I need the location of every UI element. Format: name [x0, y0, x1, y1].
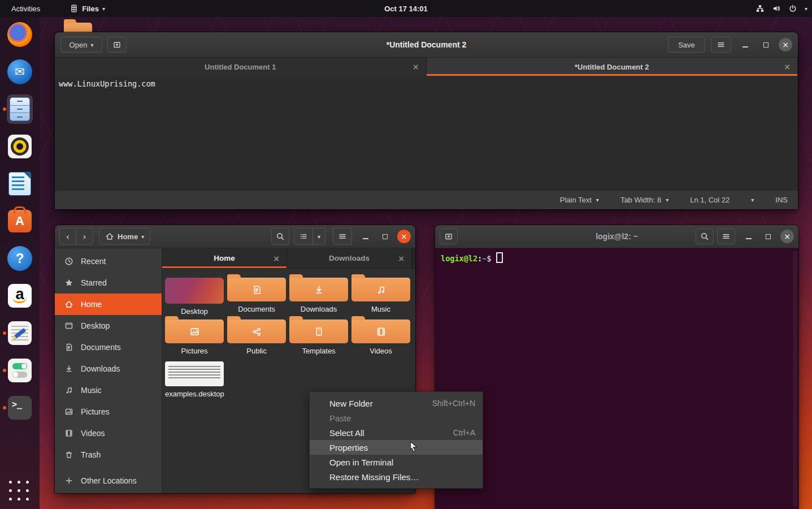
file-item-desktop[interactable]: Desktop	[163, 274, 225, 316]
menu-button[interactable]	[717, 228, 735, 244]
folder-icon	[227, 320, 286, 343]
dock-item-ubuntu-software[interactable]: A	[0, 208, 40, 235]
desktop-file-icon	[165, 361, 224, 386]
dock-item-thunderbird[interactable]: ✉	[0, 58, 40, 85]
save-button[interactable]: Save	[668, 37, 705, 53]
back-button[interactable]: ‹	[59, 228, 76, 245]
text-editor-area[interactable]: www.LinuxUprising.com	[55, 76, 798, 190]
new-tab-button[interactable]	[440, 228, 458, 244]
sidebar-item-desktop[interactable]: Desktop	[55, 315, 162, 337]
files-sidebar: Recent Starred Home Desktop Documents Do…	[55, 248, 162, 493]
close-button[interactable]: ×	[779, 38, 792, 51]
sidebar-item-home[interactable]: Home	[55, 294, 162, 315]
minimize-button[interactable]	[741, 234, 757, 239]
sidebar-item-starred[interactable]: Starred	[55, 272, 162, 294]
sidebar-item-pictures[interactable]: Pictures	[55, 401, 162, 422]
maximize-button[interactable]	[757, 42, 774, 48]
close-button[interactable]: ×	[397, 230, 411, 243]
terminal-content[interactable]: logix@l2:~$	[435, 248, 798, 509]
sidebar-item-other-locations[interactable]: Other Locations	[55, 470, 162, 491]
folder-icon	[289, 320, 348, 343]
tab-close-icon[interactable]: ×	[784, 62, 791, 71]
tab-close-icon[interactable]: ×	[412, 62, 419, 71]
file-item-downloads[interactable]: Downloads	[288, 274, 350, 316]
file-item-templates[interactable]: Templates	[288, 316, 350, 358]
search-button[interactable]	[696, 228, 714, 244]
file-item-examples-desktop[interactable]: examples.desktop	[163, 358, 225, 400]
hamburger-menu-icon	[717, 40, 726, 49]
view-mode-button[interactable]	[294, 228, 313, 245]
tab-untitled-document-2[interactable]: *Untitled Document 2 ×	[427, 58, 798, 76]
file-item-public[interactable]: Public	[225, 316, 288, 358]
show-applications-button[interactable]	[9, 481, 31, 502]
editor-text: www.LinuxUprising.com	[59, 79, 155, 88]
sidebar-item-documents[interactable]: Documents	[55, 337, 162, 358]
sidebar-item-music[interactable]: Music	[55, 379, 162, 401]
new-tab-button[interactable]	[107, 37, 127, 53]
terminal-cursor	[496, 252, 503, 263]
app-menu-files[interactable]: Files ▾	[70, 4, 105, 13]
sidebar-item-downloads[interactable]: Downloads	[55, 358, 162, 379]
files-tab-home[interactable]: Home×	[162, 248, 287, 268]
dock-item-amazon[interactable]: a	[0, 282, 40, 309]
sidebar-item-videos[interactable]: Videos	[55, 422, 162, 444]
folder-icon	[165, 320, 224, 343]
dock-item-files[interactable]	[0, 96, 40, 123]
film-icon	[64, 429, 73, 438]
location-button[interactable]: Home ▾	[99, 228, 150, 245]
menu-item-select-all[interactable]: Select AllCtrl+A	[310, 425, 483, 440]
cursor-position[interactable]: Ln 1, Col 22	[690, 196, 730, 204]
search-button[interactable]	[271, 228, 289, 245]
insert-mode-indicator: INS	[775, 196, 788, 204]
menu-item-new-folder[interactable]: New FolderShift+Ctrl+N	[310, 396, 483, 411]
terminal-window: logix@l2: ~ × logix@l2:~$	[435, 225, 798, 509]
file-item-documents[interactable]: Documents	[225, 274, 288, 316]
dock-item-libreoffice-writer[interactable]	[0, 170, 40, 197]
dock-item-firefox[interactable]	[0, 21, 40, 48]
menu-button[interactable]	[711, 37, 731, 53]
dock-item-help[interactable]: ?	[0, 245, 40, 272]
help-icon: ?	[7, 246, 32, 271]
dock-item-terminal[interactable]: >_	[0, 394, 40, 421]
scrollbar[interactable]	[793, 251, 797, 507]
terminal-headerbar: logix@l2: ~ ×	[435, 225, 798, 248]
menu-button[interactable]	[333, 228, 352, 245]
dock-item-text-editor[interactable]	[0, 320, 40, 347]
view-options-button[interactable]: ▾	[313, 228, 325, 245]
activities-button[interactable]: Activities	[8, 5, 44, 13]
open-button[interactable]: Open▾	[60, 37, 102, 53]
goto-line-dropdown[interactable]: ▾	[751, 197, 754, 203]
maximize-button[interactable]	[760, 234, 776, 239]
system-status-area[interactable]: ▾	[755, 4, 807, 13]
file-item-pictures[interactable]: Pictures	[163, 316, 225, 358]
language-selector[interactable]: Plain Text▾	[560, 196, 599, 204]
home-icon	[64, 300, 73, 309]
sidebar-item-trash[interactable]: Trash	[55, 444, 162, 465]
tab-width-selector[interactable]: Tab Width: 8▾	[620, 196, 668, 204]
menu-item-open-in-terminal[interactable]: Open in Terminal	[310, 455, 483, 469]
files-tab-downloads[interactable]: Downloads×	[287, 248, 412, 268]
share-icon	[251, 326, 262, 337]
maximize-button[interactable]	[377, 234, 393, 239]
dock-item-rhythmbox[interactable]	[0, 133, 40, 160]
star-icon	[64, 278, 73, 287]
minimize-button[interactable]	[737, 42, 754, 48]
close-button[interactable]: ×	[780, 230, 794, 243]
clock[interactable]: Oct 17 14:01	[384, 5, 428, 13]
dock-item-settings[interactable]	[0, 357, 40, 384]
clock-icon	[64, 257, 73, 266]
folder-icon	[227, 278, 286, 301]
libreoffice-writer-icon	[8, 172, 31, 196]
plus-icon	[64, 476, 73, 485]
file-item-videos[interactable]: Videos	[350, 316, 412, 358]
tab-untitled-document-1[interactable]: Untitled Document 1 ×	[55, 58, 427, 76]
shortcut-label: Ctrl+A	[453, 428, 475, 437]
menu-item-properties[interactable]: Properties	[310, 440, 483, 455]
minimize-button[interactable]	[358, 234, 374, 239]
tab-close-icon[interactable]: ×	[398, 254, 405, 263]
tab-close-icon[interactable]: ×	[273, 254, 280, 263]
forward-button[interactable]: ›	[76, 228, 93, 245]
sidebar-item-recent[interactable]: Recent	[55, 251, 162, 272]
menu-item-restore-missing-files[interactable]: Restore Missing Files…	[310, 469, 483, 484]
file-item-music[interactable]: Music	[350, 274, 412, 316]
